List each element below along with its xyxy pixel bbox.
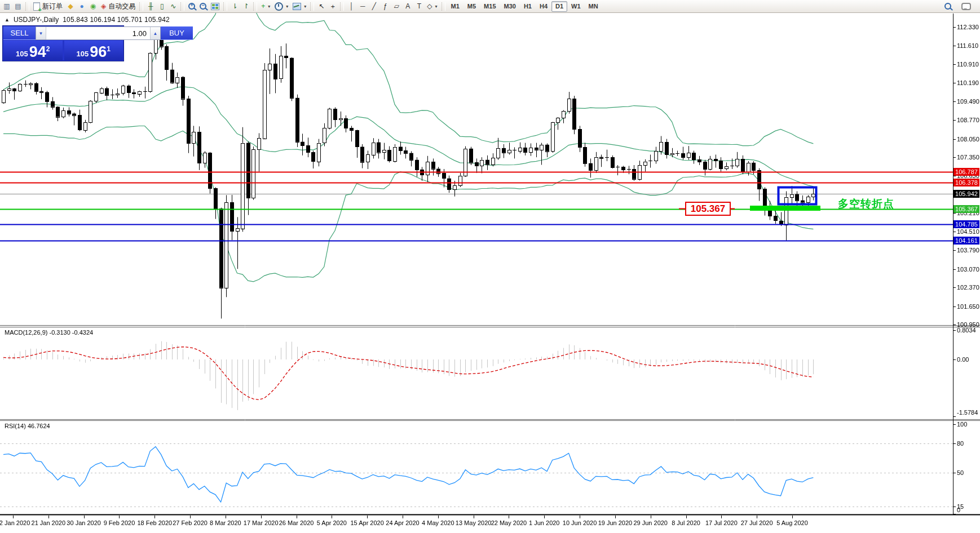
price-axis-label: 110.910 (957, 61, 979, 68)
price-axis-tag: 104.161 (953, 237, 979, 245)
rsi-axis-label: 0 (957, 507, 960, 513)
ohlc-values: 105.843 106.194 105.701 105.942 (63, 16, 170, 24)
price-axis-label: 112.330 (957, 24, 979, 30)
collapse-arrow-icon[interactable]: ▲ (5, 17, 10, 23)
timeframe-h1[interactable]: H1 (520, 1, 536, 12)
timeframe-h4[interactable]: H4 (536, 1, 551, 12)
new-order-button[interactable]: 新订单 (31, 1, 65, 12)
price-axis-tag: 105.942 (953, 190, 979, 198)
tile-windows-icon (211, 3, 219, 10)
zoom-out-button[interactable]: − (197, 1, 209, 12)
template-button[interactable]: ▾ (290, 1, 308, 12)
bar-chart-icon: ╫ (148, 3, 153, 10)
price-axis-label: 102.370 (957, 284, 979, 291)
price-callout-object[interactable]: 105.367 (685, 202, 731, 216)
crosshair-button[interactable]: ＋ (327, 1, 338, 12)
price-axis[interactable]: 112.330111.610110.910110.190109.490108.7… (953, 14, 980, 514)
periods-icon (275, 2, 283, 11)
shapes-button[interactable]: ◇▾ (425, 1, 439, 12)
rsi-axis-label: 80 (957, 440, 964, 447)
volume-input[interactable] (46, 27, 150, 39)
timeframe-m30[interactable]: M30 (500, 1, 520, 12)
market-button[interactable]: ◆ (65, 1, 76, 12)
rsi-axis-label: 50 (957, 469, 964, 476)
dropdown-caret-icon: ▾ (304, 4, 306, 9)
toolbar-separator (442, 2, 445, 11)
sell-price-pip: 2 (46, 45, 50, 53)
line-chart-button[interactable]: ∿ (167, 1, 179, 12)
vertical-line-button[interactable]: │ (346, 1, 357, 12)
fibonacci-icon: ƒ (383, 3, 387, 10)
rsi-label: RSI(14) 46.7624 (5, 423, 50, 429)
macd-axis-label: 0.00 (957, 356, 969, 363)
crosshair-icon: ＋ (329, 3, 336, 10)
price-axis-label: 104.510 (957, 228, 979, 235)
signals-button[interactable]: ◉ (87, 1, 99, 12)
text-label-icon: T (417, 3, 421, 10)
bar-chart-button[interactable]: ╫ (145, 1, 156, 12)
buy-price-main: 96 (90, 45, 107, 59)
price-axis-label: 103.070 (957, 266, 979, 273)
add-indicator-icon: + (261, 3, 265, 10)
time-axis[interactable]: 12 Jan 202021 Jan 202030 Jan 20209 Feb 2… (0, 516, 953, 533)
date-axis-label: 5 Aug 2020 (771, 519, 813, 526)
timeframe-m15[interactable]: M15 (480, 1, 500, 12)
price-axis-label: 101.650 (957, 303, 979, 310)
channel-button[interactable]: ▱ (391, 1, 402, 12)
price-axis-tag: 104.785 (953, 220, 979, 228)
buy-price-button[interactable]: 105 96 1 (64, 41, 123, 60)
timeframe-m5[interactable]: M5 (463, 1, 480, 12)
cascade-button[interactable]: ↾ (240, 1, 251, 12)
volume-up-button[interactable]: ▲ (150, 27, 160, 39)
channel-icon: ▱ (394, 3, 399, 10)
toolbar-separator (340, 2, 344, 11)
zoom-out-icon: − (200, 3, 206, 10)
fibonacci-button[interactable]: ƒ (379, 1, 391, 12)
autotrading-icon: ◈ (101, 3, 106, 10)
community-button[interactable]: ● (76, 1, 87, 12)
toolbar-separator (223, 2, 227, 11)
timeframe-mn[interactable]: MN (585, 1, 602, 12)
candlestick-chart-button[interactable]: ▯ (156, 1, 167, 12)
timeframe-m1[interactable]: M1 (447, 1, 463, 12)
sell-button[interactable]: SELL (3, 26, 36, 40)
macd-axis-label: -1.5784 (957, 409, 978, 416)
buy-button[interactable]: BUY (161, 26, 193, 40)
charts-window-button[interactable]: ▥ (1, 1, 12, 12)
toolbar: ▥▤新订单◆●◉◈自动交易╫▯∿+−⇂↾+▾▾▾↖＋│─╱ƒ▱AT◇▾M1M5M… (0, 0, 980, 13)
text-button[interactable]: A (402, 1, 413, 12)
toolbar-separator (180, 2, 184, 11)
community-icon: ● (80, 3, 83, 10)
terminal-window: ▥▤新订单◆●◉◈自动交易╫▯∿+−⇂↾+▾▾▾↖＋│─╱ƒ▱AT◇▾M1M5M… (0, 0, 980, 533)
autotrading-button[interactable]: ◈自动交易 (99, 1, 138, 12)
profiles-button[interactable]: ▤ (12, 1, 24, 12)
macd-label: MACD(12,26,9) -0.3130 -0.4324 (5, 329, 93, 336)
add-indicator-button[interactable]: +▾ (259, 1, 272, 12)
charts-window-icon: ▥ (3, 3, 10, 10)
chart-canvas[interactable] (0, 0, 980, 533)
horizontal-line-button[interactable]: ─ (357, 1, 368, 12)
note-text-object[interactable]: 多空转折点 (838, 197, 894, 211)
buy-price-prefix: 105 (77, 48, 89, 59)
cursor-button[interactable]: ↖ (316, 1, 327, 12)
chat-button[interactable] (959, 1, 973, 12)
toolbar-separator (253, 2, 257, 11)
chart-title: ▲ USDJPY-,Daily 105.843 106.194 105.701 … (5, 16, 170, 24)
price-axis-label: 103.790 (957, 247, 979, 254)
sell-price-button[interactable]: 105 94 2 (3, 41, 63, 60)
price-axis-tag: 105.367 (953, 205, 979, 213)
tile-windows-button[interactable] (209, 1, 222, 12)
auto-arrange-button[interactable]: ⇂ (229, 1, 240, 12)
buy-price-pip: 1 (107, 45, 111, 53)
toolbar-separator (310, 2, 314, 11)
trendline-button[interactable]: ╱ (368, 1, 379, 12)
timeframe-w1[interactable]: W1 (567, 1, 585, 12)
timeframe-d1[interactable]: D1 (551, 1, 567, 12)
periods-button[interactable]: ▾ (272, 1, 290, 12)
search-button[interactable] (942, 1, 953, 12)
text-label-button[interactable]: T (413, 1, 425, 12)
zoom-in-icon: + (188, 3, 195, 10)
volume-down-button[interactable]: ▼ (36, 27, 46, 39)
dropdown-caret-icon: ▾ (268, 4, 270, 9)
zoom-in-button[interactable]: + (186, 1, 197, 12)
